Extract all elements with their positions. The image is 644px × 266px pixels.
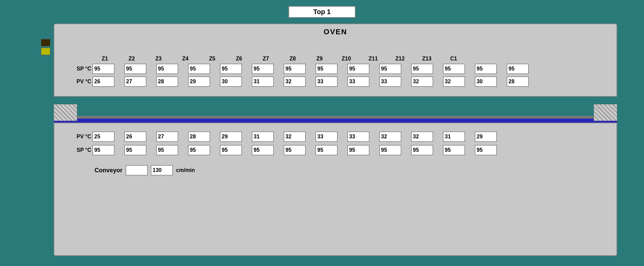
conveyor-unit: cm/min	[176, 167, 195, 173]
top-pv-cell-12[interactable]: 30	[475, 77, 497, 87]
top-sp-cell-8[interactable]: 95	[347, 64, 369, 74]
zone-header-z1: Z1	[94, 56, 116, 62]
bottom-sp-cell-6[interactable]: 95	[284, 145, 306, 155]
bottom-sp-cell-3[interactable]: 95	[188, 145, 210, 155]
top-sp-label: SP °C	[61, 66, 91, 72]
conveyor-empty-box[interactable]	[126, 165, 148, 175]
bottom-panel: PV °C 25262728293132333332323129 SP °C 9…	[54, 123, 617, 256]
top-sp-cell-10[interactable]: 95	[411, 64, 433, 74]
zone-header-z4: Z4	[174, 56, 196, 62]
top-pv-cell-3[interactable]: 29	[188, 77, 210, 87]
bottom-sp-cell-9[interactable]: 95	[379, 145, 401, 155]
top-sp-cell-12[interactable]: 95	[475, 64, 497, 74]
zone-headers: Z1Z2Z3Z4Z5Z6Z7Z8Z9Z10Z11Z12Z13C1	[94, 56, 465, 62]
zone-header-c1: C1	[443, 56, 465, 62]
top-sp-cell-5[interactable]: 95	[252, 64, 274, 74]
zone-headers-row: Z1Z2Z3Z4Z5Z6Z7Z8Z9Z10Z11Z12Z13C1	[61, 56, 610, 62]
top-pv-cell-11[interactable]: 32	[443, 77, 465, 87]
bottom-sp-cell-8[interactable]: 95	[347, 145, 369, 155]
top-sp-cell-9[interactable]: 95	[379, 64, 401, 74]
top-sp-cell-13[interactable]: 95	[507, 64, 529, 74]
top-pv-cell-2[interactable]: 28	[156, 77, 178, 87]
top-pv-row: PV °C 2627282930313233333332323028	[61, 77, 610, 87]
status-light-yellow	[41, 48, 50, 55]
hatch-left-top	[54, 104, 77, 121]
top-sp-cell-6[interactable]: 95	[284, 64, 306, 74]
top-pv-cell-8[interactable]: 33	[347, 77, 369, 87]
top-sp-values: 9595959595959595959595959595	[93, 64, 534, 74]
zone-header-z3: Z3	[148, 56, 169, 62]
bottom-pv-cell-11[interactable]: 31	[443, 132, 465, 142]
top-pv-cell-7[interactable]: 33	[316, 77, 337, 87]
top-pv-label: PV °C	[61, 79, 91, 85]
bottom-pv-cell-7[interactable]: 33	[316, 132, 337, 142]
top-sp-row: SP °C 9595959595959595959595959595	[61, 64, 610, 74]
top-sp-cell-1[interactable]: 95	[124, 64, 146, 74]
top-sp-cell-11[interactable]: 95	[443, 64, 465, 74]
top-pv-cell-13[interactable]: 28	[507, 77, 529, 87]
bottom-sp-cell-0[interactable]: 95	[93, 145, 114, 155]
bottom-pv-cell-10[interactable]: 32	[411, 132, 433, 142]
bottom-pv-cell-1[interactable]: 26	[124, 132, 146, 142]
zone-header-z2: Z2	[121, 56, 143, 62]
zone-header-z6: Z6	[228, 56, 250, 62]
separator-top	[54, 116, 617, 119]
bottom-pv-cell-6[interactable]: 32	[284, 132, 306, 142]
top-pv-cell-6[interactable]: 32	[284, 77, 306, 87]
zone-header-z11: Z11	[362, 56, 384, 62]
top-pv-cell-10[interactable]: 32	[411, 77, 433, 87]
top-pv-cell-4[interactable]: 30	[220, 77, 242, 87]
oven-title: OVEN	[61, 28, 610, 36]
top-pv-cell-9[interactable]: 33	[379, 77, 401, 87]
zone-header-z10: Z10	[335, 56, 357, 62]
bottom-sp-label: SP °C	[61, 147, 91, 153]
bottom-sp-cell-7[interactable]: 95	[316, 145, 337, 155]
oven-panel: OVEN Z1Z2Z3Z4Z5Z6Z7Z8Z9Z10Z11Z12Z13C1 SP…	[54, 24, 617, 97]
zone-header-z9: Z9	[309, 56, 330, 62]
bottom-sp-values: 95959595959595959595959595	[93, 145, 502, 155]
zone-header-z7: Z7	[255, 56, 277, 62]
bottom-sp-cell-12[interactable]: 95	[475, 145, 497, 155]
bottom-pv-cell-8[interactable]: 33	[347, 132, 369, 142]
bottom-sp-cell-2[interactable]: 95	[156, 145, 178, 155]
zone-header-z5: Z5	[201, 56, 223, 62]
hatch-right-top	[594, 104, 617, 121]
top-sp-cell-7[interactable]: 95	[316, 64, 337, 74]
top-pv-values: 2627282930313233333332323028	[93, 77, 534, 87]
bottom-pv-cell-3[interactable]: 28	[188, 132, 210, 142]
conveyor-value[interactable]: 130	[151, 165, 173, 175]
top-pv-cell-0[interactable]: 26	[93, 77, 114, 87]
bottom-pv-label: PV °C	[61, 134, 91, 140]
zone-header-z8: Z8	[282, 56, 304, 62]
bottom-pv-values: 25262728293132333332323129	[93, 132, 502, 142]
bottom-pv-cell-4[interactable]: 29	[220, 132, 242, 142]
bottom-sp-cell-4[interactable]: 95	[220, 145, 242, 155]
bottom-pv-cell-2[interactable]: 27	[156, 132, 178, 142]
page-title: Top 1	[288, 6, 356, 18]
status-light-dark	[41, 39, 50, 46]
bottom-sp-cell-11[interactable]: 95	[443, 145, 465, 155]
bottom-pv-row: PV °C 25262728293132333332323129	[61, 132, 610, 142]
bottom-sp-row: SP °C 95959595959595959595959595	[61, 145, 610, 155]
bottom-pv-cell-5[interactable]: 31	[252, 132, 274, 142]
top-sp-cell-0[interactable]: 95	[93, 64, 114, 74]
status-indicator	[41, 39, 51, 56]
top-sp-cell-3[interactable]: 95	[188, 64, 210, 74]
conveyor-section: Conveyor 130 cm/min	[95, 165, 610, 175]
zone-header-z13: Z13	[416, 56, 438, 62]
top-sp-cell-2[interactable]: 95	[156, 64, 178, 74]
bottom-pv-cell-0[interactable]: 25	[93, 132, 114, 142]
bottom-pv-cell-12[interactable]: 29	[475, 132, 497, 142]
top-pv-cell-5[interactable]: 31	[252, 77, 274, 87]
conveyor-label: Conveyor	[95, 167, 122, 174]
bottom-pv-cell-9[interactable]: 32	[379, 132, 401, 142]
zone-header-z12: Z12	[389, 56, 411, 62]
top-pv-cell-1[interactable]: 27	[124, 77, 146, 87]
top-sp-cell-4[interactable]: 95	[220, 64, 242, 74]
bottom-sp-cell-5[interactable]: 95	[252, 145, 274, 155]
bottom-sp-cell-10[interactable]: 95	[411, 145, 433, 155]
bottom-sp-cell-1[interactable]: 95	[124, 145, 146, 155]
